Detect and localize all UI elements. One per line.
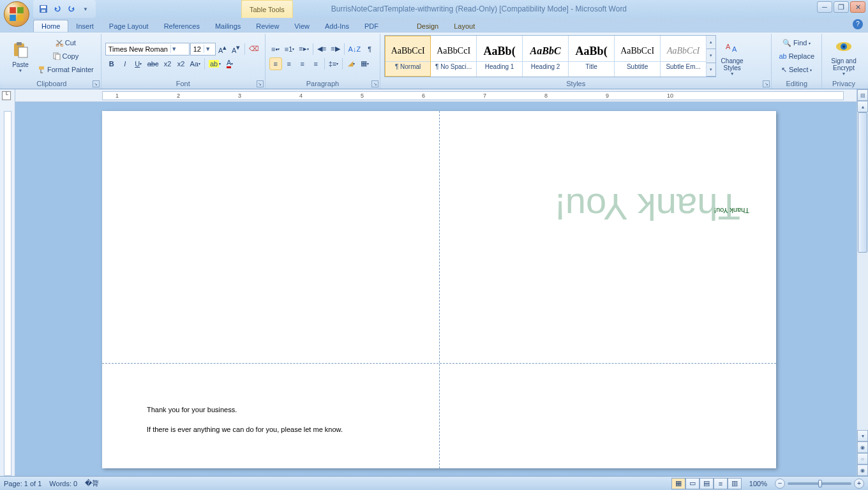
show-marks-button[interactable]: ¶ [363,43,376,56]
help-button[interactable]: ? [853,19,863,29]
style-no-spacing[interactable]: AaBbCcI¶ No Spaci... [431,36,477,77]
font-launcher[interactable]: ↘ [257,80,264,87]
sort-button[interactable]: A↓Z [347,43,363,56]
scroll-down[interactable]: ▾ [857,430,868,442]
change-styles-button[interactable]: AA Change Styles▼ [716,35,748,77]
next-page[interactable]: ◉ [857,464,868,476]
redo-button[interactable] [65,3,78,15]
zoom-out-button[interactable]: − [775,479,785,489]
find-button[interactable]: 🔍Find ▾ [775,36,818,49]
style-heading1[interactable]: AaBb(Heading 1 [477,36,523,77]
tab-page-layout[interactable]: Page Layout [101,20,156,32]
format-painter-button[interactable]: Format Painter [34,63,97,76]
status-page[interactable]: Page: 1 of 1 [4,480,41,487]
justify-icon: ≡ [314,60,318,68]
align-left-button[interactable]: ≡ [269,57,282,70]
tab-pdf[interactable]: PDF [357,20,386,32]
zoom-in-button[interactable]: + [854,479,864,489]
superscript-button[interactable]: x2 [175,57,188,70]
sign-encrypt-button[interactable]: Sign and Encrypt▼ [826,35,862,77]
card-body-text[interactable]: Thank you for your business. If there is… [147,405,421,443]
align-center-button[interactable]: ≡ [283,57,296,70]
subscript-button[interactable]: x2 [161,57,174,70]
font-color-button[interactable]: A▾ [223,57,236,70]
style-title[interactable]: AaBb(Title [569,36,615,77]
change-case-button[interactable]: Aa▾ [188,57,202,70]
close-button[interactable]: ✕ [850,1,865,13]
font-size-combo[interactable]: 12▾ [190,43,216,56]
borders-button[interactable]: ▦▾ [358,57,371,70]
view-outline[interactable]: ≡ [714,478,728,489]
undo-button[interactable] [51,3,64,15]
status-words[interactable]: Words: 0 [49,480,77,487]
tab-addins[interactable]: Add-Ins [317,20,357,32]
tab-home[interactable]: Home [33,20,68,32]
styles-launcher[interactable]: ↘ [763,80,770,87]
cut-button[interactable]: Cut [34,36,97,49]
font-name-combo[interactable]: Times New Roman▾ [105,43,190,56]
tab-design[interactable]: Design [409,20,446,32]
minimize-button[interactable]: ─ [817,1,832,13]
tab-references[interactable]: References [156,20,207,32]
paragraph-launcher[interactable]: ↘ [371,80,378,87]
shrink-font-button[interactable]: A▾ [230,43,243,56]
qat-customize[interactable]: ▼ [79,3,92,15]
document-page[interactable]: Thank You! Thank You! Thank you for your… [102,111,776,468]
styles-gallery[interactable]: AaBbCcI¶ Normal AaBbCcI¶ No Spaci... AaB… [384,35,716,77]
zoom-handle[interactable] [818,480,822,487]
tab-selector[interactable]: └ [2,91,11,100]
ruler-toggle[interactable]: ▤ [857,89,868,101]
align-right-button[interactable]: ≡ [296,57,309,70]
replace-icon: ab [779,52,786,60]
restore-button[interactable]: ❐ [834,1,849,13]
copy-button[interactable]: Copy [34,50,97,63]
tab-view[interactable]: View [287,20,317,32]
scroll-up[interactable]: ▴ [857,101,868,112]
highlight-button[interactable]: ab▾ [207,57,223,70]
style-subtle-em[interactable]: AaBbCcISubtle Em... [661,36,707,77]
bold-button[interactable]: B [105,57,118,70]
style-heading2[interactable]: AaBbCHeading 2 [523,36,569,77]
gallery-scroll[interactable]: ▴▾▾ [707,36,715,77]
view-draft[interactable]: ▥ [728,478,742,489]
tab-review[interactable]: Review [248,20,287,32]
browse-object[interactable]: ○ [857,453,868,464]
thank-you-wordart[interactable]: Thank You! Thank You! [462,207,749,214]
view-full-screen[interactable]: ▭ [685,478,700,489]
multilevel-button[interactable]: ≡▸▾ [297,43,310,56]
style-subtitle[interactable]: AaBbCcISubtitle [615,36,661,77]
clipboard-launcher[interactable]: ↘ [93,80,100,87]
scroll-thumb[interactable] [858,112,867,253]
multilevel-icon: ≡▸ [299,45,306,53]
select-button[interactable]: ↖Select ▾ [775,63,818,76]
tab-layout[interactable]: Layout [446,20,483,32]
justify-button[interactable]: ≡ [310,57,322,70]
shading-button[interactable]: ◢▾ [345,57,357,70]
italic-button[interactable]: I [119,57,131,70]
paste-button[interactable]: Paste▼ [6,35,34,77]
vertical-scrollbar[interactable]: ▤ ▴ ▾ ◉ ○ ◉ [857,89,868,476]
line-spacing-button[interactable]: ‡≡▾ [327,57,341,70]
horizontal-ruler[interactable]: 12345678910 [15,89,857,102]
strikethrough-button[interactable]: abc [146,57,161,70]
replace-button[interactable]: abReplace [775,50,818,63]
tab-mailings[interactable]: Mailings [207,20,248,32]
clear-formatting-button[interactable]: ⌫ [247,43,261,56]
decrease-indent-button[interactable]: ◀≡ [315,43,328,56]
numbering-button[interactable]: ≡1▾ [283,43,297,56]
vertical-ruler[interactable]: └ [0,89,15,476]
save-button[interactable] [37,3,50,15]
style-normal[interactable]: AaBbCcI¶ Normal [385,36,431,77]
status-language-icon[interactable]: �膂 [85,479,99,488]
zoom-slider[interactable] [788,482,851,485]
office-button[interactable] [4,1,29,27]
increase-indent-button[interactable]: ≡▶ [329,43,341,56]
zoom-level[interactable]: 100% [749,480,767,487]
view-web-layout[interactable]: ▤ [700,478,714,489]
tab-insert[interactable]: Insert [68,20,101,32]
underline-button[interactable]: U ▾ [132,57,145,70]
prev-page[interactable]: ◉ [857,442,868,453]
view-print-layout[interactable]: ▦ [671,478,685,489]
bullets-button[interactable]: ≡•▾ [269,43,282,56]
grow-font-button[interactable]: A▴ [216,43,229,56]
